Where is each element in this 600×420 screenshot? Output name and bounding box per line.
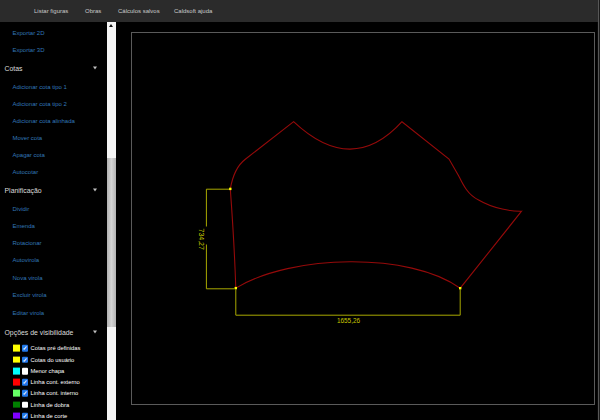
svg-text:734,27: 734,27: [198, 228, 205, 250]
svg-text:1655,26: 1655,26: [337, 317, 361, 324]
